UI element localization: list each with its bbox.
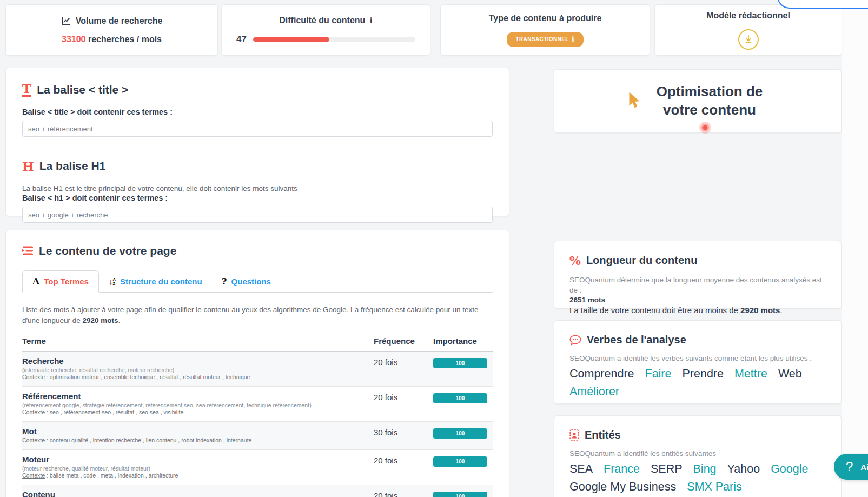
- tab-label: Structure du contenu: [120, 277, 202, 286]
- card-title: Type de contenu à produire: [489, 14, 602, 23]
- terms-table-body: Recherche (internaute recherche, résulta…: [22, 352, 493, 497]
- importance-pill: 100: [433, 492, 487, 497]
- card-title: Volume de recherche: [76, 16, 163, 26]
- term-frequency: 20 fois: [374, 356, 433, 380]
- column-terme: Terme: [22, 336, 374, 346]
- info-icon: i: [572, 35, 575, 44]
- context-label[interactable]: Contexte: [22, 374, 45, 380]
- keyword[interactable]: Web: [778, 367, 802, 381]
- keyword[interactable]: SMX Paris: [687, 480, 742, 494]
- column-frequence: Fréquence: [374, 336, 433, 346]
- table-row: Mot Contexte : contenu qualité , intenti…: [22, 422, 493, 450]
- top-right-cutoff-button[interactable]: [777, 0, 868, 9]
- tab-questions[interactable]: ? Questions: [212, 271, 281, 292]
- term-context: Contexte : contenu qualité , intention r…: [22, 437, 374, 443]
- search-volume-value: 33100: [62, 35, 86, 44]
- keyword[interactable]: SERP: [651, 462, 683, 476]
- table-row: Référencement (référencement google, str…: [22, 387, 493, 422]
- keyword[interactable]: Comprendre: [569, 367, 634, 381]
- term-frequency: 20 fois: [374, 392, 433, 415]
- question-mark-icon: ?: [222, 277, 227, 286]
- badge-label: TRANSACTIONNEL: [515, 36, 568, 42]
- keyword[interactable]: Faire: [645, 367, 672, 381]
- tab-label: Questions: [231, 277, 271, 286]
- keyword[interactable]: Mettre: [734, 367, 767, 381]
- entities-title: Entités: [585, 429, 621, 441]
- help-button[interactable]: ? Aide: [834, 454, 868, 480]
- context-terms: balise meta , code , meta , indexation ,…: [50, 472, 178, 479]
- term-context: Contexte : seo , référencement seo , rés…: [22, 409, 374, 415]
- chart-line-icon: [61, 16, 71, 26]
- tab-label: Top Termes: [44, 277, 89, 286]
- context-terms: optimisation moteur , ensemble technique…: [50, 374, 250, 380]
- keyword[interactable]: Prendre: [682, 367, 724, 381]
- context-terms: seo , référencement seo , résultat , seo…: [50, 409, 183, 415]
- keyword[interactable]: Google: [771, 462, 808, 476]
- optimisation-title: Optimisation de votre contenu: [650, 83, 769, 120]
- h1-terms-input[interactable]: [22, 207, 493, 223]
- term-name: Mot: [22, 427, 374, 436]
- keyword[interactable]: Améliorer: [569, 385, 619, 399]
- term-frequency: 20 fois: [374, 455, 433, 479]
- card-optimisation[interactable]: Optimisation de votre contenu: [554, 69, 842, 133]
- speech-bubble-icon: [569, 335, 581, 346]
- length-desc: SEOQuantum détermine que la longueur moy…: [569, 275, 826, 296]
- term-frequency: 20 fois: [374, 490, 433, 497]
- verbs-desc: SEOQuantum a identifié les verbes suivan…: [569, 354, 826, 364]
- length-title: Longueur du contenu: [586, 254, 698, 267]
- card-content-difficulty: Difficulté du contenu i 47: [221, 4, 430, 56]
- context-label[interactable]: Contexte: [22, 437, 45, 443]
- term-variants: (internaute recherche, résultat recherch…: [22, 367, 374, 373]
- card-editorial-model: Modèle rédactionnel: [654, 4, 842, 56]
- card-entities: Entités SEOQuantum a identifié les entit…: [554, 415, 842, 497]
- importance-pill: 100: [433, 393, 487, 403]
- importance-pill: 100: [433, 358, 487, 368]
- keyword[interactable]: Google My Business: [569, 480, 676, 494]
- importance-pill: 100: [433, 456, 487, 467]
- term-name: Recherche: [22, 356, 374, 366]
- right-gutter: [842, 0, 868, 497]
- info-icon[interactable]: i: [369, 16, 372, 25]
- card-content-type: Type de contenu à produire TRANSACTIONNE…: [440, 4, 650, 56]
- table-row: Recherche (internaute recherche, résulta…: [22, 352, 493, 387]
- content-type-badge[interactable]: TRANSACTIONNEL i: [507, 32, 583, 47]
- card-verbs: Verbes de l'analyse SEOQuantum a identif…: [554, 320, 842, 404]
- keyword[interactable]: SEA: [569, 462, 593, 476]
- keyword[interactable]: Bing: [693, 462, 717, 476]
- terms-description: Liste des mots à ajouter à votre page af…: [22, 304, 493, 326]
- balise-title-label: Balise < title > doit contenir ces terme…: [22, 108, 493, 116]
- search-volume-suffix: recherches / mois: [88, 35, 162, 44]
- letter-a-icon: A: [32, 277, 39, 286]
- term-name: Moteur: [22, 455, 374, 464]
- term-name: Contenu: [22, 490, 374, 497]
- card-search-volume: Volume de recherche 33100 recherches / m…: [5, 4, 218, 56]
- cursor-icon: [626, 91, 642, 111]
- title-tag-icon: T: [22, 82, 31, 97]
- stream-icon: [22, 246, 34, 256]
- h1-tag-icon: H: [22, 160, 34, 173]
- help-label: Aide: [860, 462, 868, 472]
- column-importance: Importance: [433, 336, 493, 346]
- balise-h1-heading: La balise H1: [39, 160, 106, 173]
- keyword[interactable]: France: [604, 462, 640, 476]
- verbs-title: Verbes de l'analyse: [587, 334, 686, 346]
- difficulty-value: 47: [236, 34, 247, 45]
- balise-h1-label: Balise < h1 > doit contenir ces termes :: [22, 194, 493, 202]
- term-variants: (référencement google, stratégie référen…: [22, 402, 374, 408]
- average-length: 2651 mots: [569, 296, 826, 304]
- entities-desc: SEOQuantum a identifié les entités suiva…: [569, 449, 826, 459]
- table-row: Contenu (optimisation contenu) Contexte …: [22, 485, 493, 497]
- tab-top-termes[interactable]: A Top Termes: [22, 270, 99, 293]
- download-icon[interactable]: [738, 29, 759, 50]
- table-row: Moteur (moteur recherche, qualité moteur…: [22, 450, 493, 485]
- percent-icon: %: [569, 255, 581, 267]
- card-balises: T La balise < title > Balise < title > d…: [5, 68, 509, 216]
- tab-structure-du-contenu[interactable]: ↓AZ Structure du contenu: [99, 271, 212, 292]
- context-label[interactable]: Contexte: [22, 409, 45, 415]
- keyword[interactable]: Yahoo: [727, 462, 760, 476]
- context-label[interactable]: Contexte: [22, 472, 45, 479]
- context-terms: contenu qualité , intention recherche , …: [50, 437, 252, 443]
- pulse-dot: [699, 122, 711, 134]
- title-terms-input[interactable]: [22, 121, 493, 137]
- card-title: Modèle rédactionnel: [706, 11, 790, 21]
